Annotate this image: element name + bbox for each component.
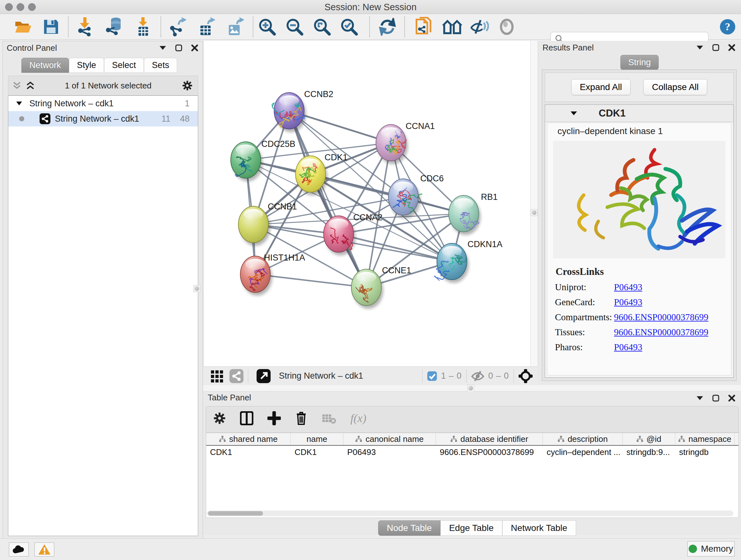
refresh-button[interactable]: [377, 17, 398, 37]
tree-expand-icon[interactable]: [16, 101, 22, 106]
open-in-new-icon[interactable]: [257, 369, 271, 383]
left-splitter-handle[interactable]: [193, 285, 200, 292]
birds-eye-grid-icon[interactable]: [210, 369, 224, 383]
gear-icon[interactable]: [182, 80, 193, 91]
tab-sets[interactable]: Sets: [144, 58, 177, 73]
column-header-shared-name[interactable]: shared name: [206, 433, 291, 445]
column-header-database-identifier[interactable]: database identifier: [436, 433, 543, 445]
node-CCNB2[interactable]: CCNB2: [272, 89, 333, 132]
tab-node-table[interactable]: Node Table: [378, 520, 441, 536]
memory-button[interactable]: Memory: [687, 541, 735, 557]
show-columns-icon[interactable]: [240, 411, 253, 425]
scrollbar-thumb[interactable]: [208, 511, 263, 516]
table-horizontal-scrollbar[interactable]: [207, 510, 733, 516]
result-entry-header[interactable]: CDK1: [545, 105, 733, 122]
tab-string[interactable]: String: [620, 55, 659, 70]
cloud-status-button[interactable]: [9, 543, 29, 557]
node-CCNB1[interactable]: CCNB1: [239, 202, 297, 246]
column-header-namespace[interactable]: namespace: [675, 433, 735, 445]
open-session-button[interactable]: [13, 17, 33, 37]
zoom-window-button[interactable]: [28, 3, 36, 11]
panel-float-icon[interactable]: [712, 44, 719, 51]
table-cell[interactable]: 9606.ENSP00000378699: [436, 446, 543, 459]
right-splitter-handle[interactable]: [531, 209, 538, 216]
tab-style[interactable]: Style: [69, 58, 104, 73]
expand-all-icon[interactable]: [26, 81, 35, 90]
network-share-icon[interactable]: [229, 369, 244, 383]
panel-close-icon[interactable]: [728, 44, 735, 51]
save-session-button[interactable]: [41, 17, 61, 37]
collapse-all-button[interactable]: Collapse All: [643, 79, 707, 95]
crosslink-link[interactable]: 9606.ENSP00000378699: [614, 312, 709, 322]
zoom-selected-button[interactable]: [339, 17, 359, 37]
network-canvas[interactable]: CCNB2CCNA1CDC25BCDK1CDC6RB1CCNB1CCNA2CDK…: [203, 41, 530, 367]
pan-crosshair-icon[interactable]: [518, 369, 533, 383]
import-network-file-button[interactable]: [74, 17, 95, 37]
node-CCNE1[interactable]: CCNE1: [351, 266, 411, 309]
column-header-canonical-name[interactable]: canonical name: [343, 433, 436, 445]
collapse-all-icon[interactable]: [13, 81, 21, 90]
panel-collapse-icon[interactable]: [159, 46, 166, 50]
expand-all-button[interactable]: Expand All: [571, 79, 630, 95]
document-share-button[interactable]: [414, 17, 434, 37]
node-CDC25B[interactable]: CDC25B: [231, 139, 295, 181]
hidden-eye-slash-icon[interactable]: [471, 371, 484, 381]
warning-status-button[interactable]: [35, 543, 54, 557]
export-image-button[interactable]: [225, 17, 246, 37]
import-network-database-button[interactable]: [104, 17, 124, 37]
help-button[interactable]: ?: [718, 17, 738, 37]
crosslink-row: GeneCard:P06493: [555, 297, 731, 307]
crosslink-link[interactable]: P06493: [614, 297, 643, 307]
table-cell[interactable]: CDK1: [206, 446, 291, 459]
tab-select[interactable]: Select: [104, 58, 144, 73]
delete-column-icon[interactable]: [295, 411, 308, 426]
crosslink-link[interactable]: P06493: [614, 282, 643, 293]
panel-close-icon[interactable]: [191, 44, 198, 51]
selected-checkbox-icon[interactable]: [427, 371, 437, 381]
column-header-name[interactable]: name: [291, 433, 343, 445]
zoom-in-button[interactable]: [257, 17, 277, 37]
node-CCNA2[interactable]: CCNA2: [324, 212, 383, 255]
right-splitter[interactable]: [530, 41, 538, 367]
table-cell[interactable]: cyclin–dependent ...: [543, 446, 623, 459]
table-cell[interactable]: stringdb: [675, 446, 735, 459]
table-gear-icon[interactable]: [213, 412, 226, 425]
panel-collapse-icon[interactable]: [696, 45, 703, 50]
table-row[interactable]: CDK1CDK1P064939606.ENSP00000378699cyclin…: [206, 446, 738, 459]
column-header-description[interactable]: description: [543, 433, 623, 445]
zoom-out-button[interactable]: [284, 17, 305, 37]
panel-collapse-icon[interactable]: [696, 396, 703, 400]
houses-button[interactable]: [442, 17, 462, 37]
panel-float-icon[interactable]: [712, 395, 719, 401]
node-CDK1[interactable]: CDK1: [295, 152, 347, 195]
panel-float-icon[interactable]: [175, 44, 182, 51]
import-table-button[interactable]: [133, 17, 153, 37]
node-CDC6[interactable]: CDC6: [388, 174, 444, 219]
zoom-fit-button[interactable]: [312, 17, 332, 37]
tab-network-table[interactable]: Network Table: [502, 520, 576, 536]
network-tree-row[interactable]: String Network – cdk11: [8, 96, 198, 111]
add-column-icon[interactable]: [267, 411, 281, 425]
network-graph[interactable]: CCNB2CCNA1CDC25BCDK1CDC6RB1CCNB1CCNA2CDK…: [204, 41, 531, 367]
hide-graphics-button[interactable]: [469, 17, 489, 37]
table-cell[interactable]: P06493: [343, 446, 436, 459]
node-CDKN1A[interactable]: CDKN1A: [434, 240, 502, 283]
column-header--id[interactable]: @id: [623, 433, 675, 445]
crosslink-link[interactable]: P06493: [614, 342, 643, 353]
minimize-window-button[interactable]: [17, 3, 24, 11]
node-RB1[interactable]: RB1: [449, 192, 498, 235]
table-cell[interactable]: CDK1: [291, 446, 343, 459]
export-table-button[interactable]: [197, 17, 217, 37]
tab-edge-table[interactable]: Edge Table: [441, 520, 502, 536]
close-window-button[interactable]: [5, 3, 13, 11]
network-tree-row[interactable]: String Network – cdk11148: [8, 111, 198, 126]
node-CCNA1[interactable]: CCNA1: [376, 121, 435, 164]
tab-network[interactable]: Network: [21, 58, 69, 73]
export-network-button[interactable]: [167, 17, 188, 37]
horizontal-splitter-handle[interactable]: [467, 385, 474, 392]
node-HIST1H1A[interactable]: HIST1H1A: [240, 253, 305, 296]
panel-close-icon[interactable]: [728, 395, 735, 401]
eye-button[interactable]: [496, 17, 517, 37]
table-cell[interactable]: stringdb:9...: [623, 446, 675, 459]
crosslink-link[interactable]: 9606.ENSP00000378699: [614, 327, 709, 337]
